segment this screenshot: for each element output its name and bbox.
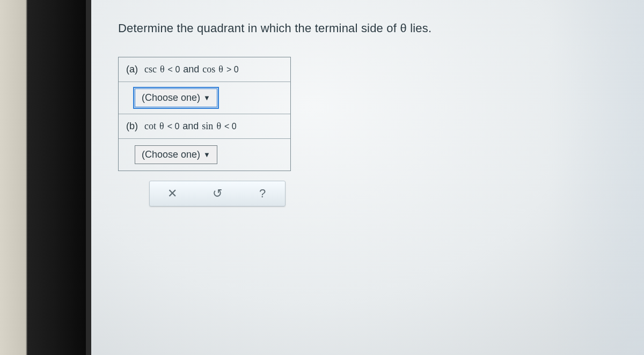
chevron-down-icon: ▼ [203,94,210,102]
part-a-dropdown[interactable]: (Choose one) ▼ [135,88,217,107]
part-b-dropdown[interactable]: (Choose one) ▼ [135,145,217,164]
reset-button[interactable]: ↺ [204,185,230,202]
content-area: Determine the quadrant in which the term… [91,0,644,355]
part-a-func1: csc [144,64,157,75]
clear-button[interactable]: ✕ [159,185,185,202]
part-a-func2: cos [202,64,215,75]
part-a-rel1: < 0 [168,65,180,75]
part-a-answer-row: (Choose one) ▼ [119,82,290,114]
theta-b2: θ [216,121,221,132]
part-a-rel2: > 0 [226,65,239,75]
monitor-bezel [0,0,86,355]
help-button[interactable]: ? [250,185,275,202]
theta-a1: θ [160,64,165,75]
close-icon: ✕ [167,187,177,201]
part-b-rel1: < 0 [167,122,180,131]
part-b-conj: and [182,121,199,132]
chevron-down-icon: ▼ [203,151,210,159]
reset-icon: ↺ [213,187,222,201]
part-b-dropdown-text: (Choose one) [142,149,200,160]
part-b-label: (b) [126,121,138,132]
theta-a2: θ [218,64,223,75]
question-text: Determine the quadrant in which the term… [118,21,617,35]
screen-glare [547,0,644,355]
part-b-rel2: < 0 [224,122,237,131]
part-b-answer-row: (Choose one) ▼ [119,139,290,171]
action-toolbar: ✕ ↺ ? [149,181,286,206]
answer-panel: (a) csc θ < 0 and cos θ > 0 (Choose one)… [118,57,291,171]
theta-b1: θ [159,121,164,132]
part-b-func2: sin [202,121,213,132]
part-a-label: (a) [126,64,138,75]
part-b-condition: (b) cot θ < 0 and sin θ < 0 [119,114,290,139]
part-a-conj: and [183,64,199,75]
help-icon: ? [259,187,266,201]
part-a-dropdown-text: (Choose one) [142,92,200,103]
part-b-func1: cot [144,121,156,132]
part-a-condition: (a) csc θ < 0 and cos θ > 0 [119,57,290,82]
